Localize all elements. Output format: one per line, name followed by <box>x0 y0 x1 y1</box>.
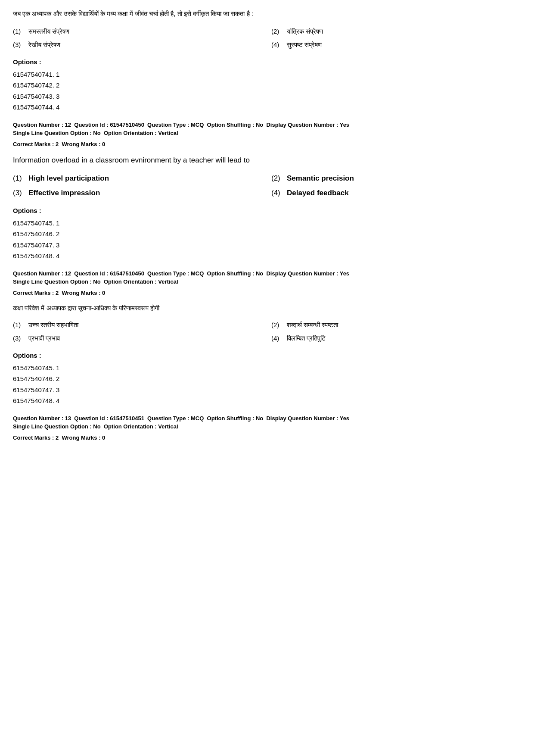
question-text-3: कक्षा परिवेश में अध्यापक द्वारा सूचना-आध… <box>13 303 521 313</box>
option-3-2: (2) शब्दार्थ सम्बन्धी स्पष्टता <box>271 320 521 330</box>
question-text-1: जब एक अध्यापक और उसके विद्यार्थियों के म… <box>13 9 521 19</box>
section-1: जब एक अध्यापक और उसके विद्यार्थियों के म… <box>13 9 521 113</box>
option-number: (4) <box>271 334 282 344</box>
option-3-1: (1) उच्च स्तरीय सहभागिता <box>13 320 263 330</box>
list-item: 61547540747. 3 <box>13 384 521 396</box>
option-text: समस्तरीय संप्रेषण <box>28 27 69 37</box>
option-3-3: (3) प्रभावी प्रभाव <box>13 334 263 344</box>
option-number: (2) <box>271 27 282 37</box>
list-item: 61547540741. 1 <box>13 69 521 80</box>
option-1-4: (4) सुस्पष्ट संप्रेषण <box>271 40 521 50</box>
options-label-2: Options : <box>13 206 521 216</box>
list-item: 61547540747. 3 <box>13 240 521 251</box>
option-text: शब्दार्थ सम्बन्धी स्पष्टता <box>287 320 338 330</box>
correct-marks-4: Correct Marks : 2 Wrong Marks : 0 <box>13 434 521 442</box>
option-number: (1) <box>13 320 23 330</box>
option-number: (2) <box>271 173 282 184</box>
option-1-3: (3) रेखीय संप्रेषण <box>13 40 263 50</box>
option-number: (4) <box>271 40 282 50</box>
option-2-4: (4) Delayed feedback <box>271 187 521 199</box>
list-item: 61547540744. 4 <box>13 102 521 113</box>
list-item: 61547540745. 1 <box>13 218 521 229</box>
question-meta-2: Question Number : 12 Question Id : 61547… <box>13 121 521 137</box>
option-number: (1) <box>13 27 23 37</box>
option-number: (1) <box>13 173 23 184</box>
option-1-1: (1) समस्तरीय संप्रेषण <box>13 27 263 37</box>
option-number: (4) <box>271 187 282 199</box>
options-grid-2: (1) High level participation (2) Semanti… <box>13 173 521 198</box>
list-item: 61547540746. 2 <box>13 228 521 240</box>
question-text-2: Information overload in a classroom evni… <box>13 154 521 166</box>
options-label-1: Options : <box>13 57 521 67</box>
options-grid-1: (1) समस्तरीय संप्रेषण (2) यांत्रिक संप्र… <box>13 27 521 50</box>
section-2: Question Number : 12 Question Id : 61547… <box>13 121 521 262</box>
correct-marks-2: Correct Marks : 2 Wrong Marks : 0 <box>13 140 521 149</box>
option-text: उच्च स्तरीय सहभागिता <box>28 320 78 330</box>
list-item: 61547540748. 4 <box>13 395 521 406</box>
options-label-3: Options : <box>13 351 521 361</box>
correct-marks-3: Correct Marks : 2 Wrong Marks : 0 <box>13 289 521 297</box>
list-item: 61547540743. 3 <box>13 91 521 102</box>
list-item: 61547540746. 2 <box>13 373 521 384</box>
option-text: विलम्बित प्रतिपुटि <box>287 334 326 344</box>
option-number: (2) <box>271 320 282 330</box>
option-2-3: (3) Effective impression <box>13 187 263 199</box>
option-text: High level participation <box>28 173 109 184</box>
options-list-3: 61547540745. 1 61547540746. 2 6154754074… <box>13 362 521 406</box>
option-number: (3) <box>13 40 23 50</box>
options-list-2: 61547540745. 1 61547540746. 2 6154754074… <box>13 218 521 262</box>
question-meta-4: Question Number : 13 Question Id : 61547… <box>13 414 521 431</box>
section-4: Question Number : 13 Question Id : 61547… <box>13 414 521 442</box>
section-3: Question Number : 12 Question Id : 61547… <box>13 269 521 406</box>
option-text: Effective impression <box>28 187 100 199</box>
option-3-4: (4) विलम्बित प्रतिपुटि <box>271 334 521 344</box>
option-text: Semantic precision <box>287 173 354 184</box>
option-text: सुस्पष्ट संप्रेषण <box>287 40 322 50</box>
option-number: (3) <box>13 187 23 199</box>
option-text: Delayed feedback <box>287 187 349 199</box>
options-grid-3: (1) उच्च स्तरीय सहभागिता (2) शब्दार्थ सम… <box>13 320 521 343</box>
question-meta-3: Question Number : 12 Question Id : 61547… <box>13 269 521 286</box>
option-2-2: (2) Semantic precision <box>271 173 521 184</box>
option-1-2: (2) यांत्रिक संप्रेषण <box>271 27 521 37</box>
option-number: (3) <box>13 334 23 344</box>
option-text: रेखीय संप्रेषण <box>28 40 60 50</box>
option-2-1: (1) High level participation <box>13 173 263 184</box>
option-text: यांत्रिक संप्रेषण <box>287 27 323 37</box>
options-list-1: 61547540741. 1 61547540742. 2 6154754074… <box>13 69 521 113</box>
list-item: 61547540745. 1 <box>13 362 521 374</box>
list-item: 61547540742. 2 <box>13 80 521 91</box>
option-text: प्रभावी प्रभाव <box>28 334 60 344</box>
list-item: 61547540748. 4 <box>13 250 521 262</box>
